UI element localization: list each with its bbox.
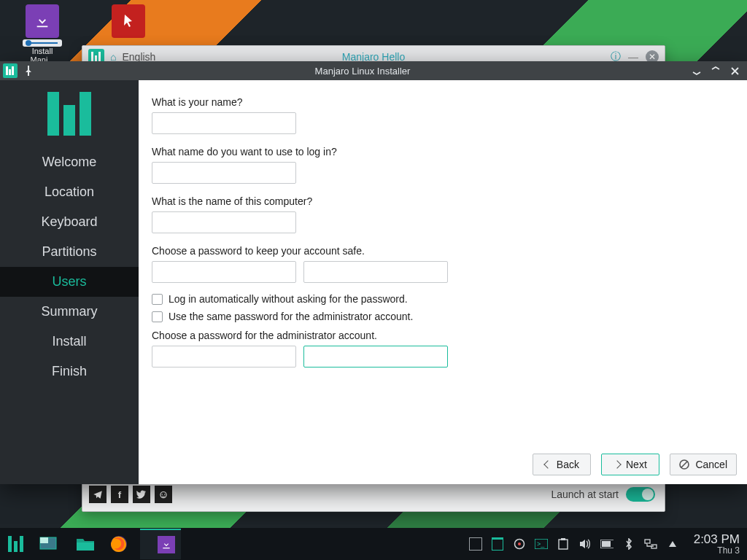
installer-content: What is your name? What name do you want… xyxy=(139,80,747,484)
reddit-icon[interactable] xyxy=(155,486,172,503)
svg-point-5 xyxy=(164,494,166,495)
download-icon xyxy=(26,4,59,38)
pdf-icon xyxy=(112,4,145,38)
checkbox-autologin[interactable] xyxy=(152,294,163,305)
next-button[interactable]: Next xyxy=(601,454,659,475)
tray-expand-icon[interactable] xyxy=(666,537,679,551)
manjaro-badge-icon xyxy=(3,63,18,78)
start-menu-button[interactable] xyxy=(0,528,32,560)
label-autologin: Log in automatically without asking for … xyxy=(169,293,408,305)
svg-rect-0 xyxy=(91,52,93,62)
manjaro-logo-icon xyxy=(47,92,91,136)
svg-rect-8 xyxy=(12,66,14,75)
cancel-icon xyxy=(679,459,689,470)
svg-rect-7 xyxy=(9,69,11,75)
label-admin-password: Choose a password for the administrator … xyxy=(152,330,734,341)
clock-time: 2:03 PM xyxy=(694,533,740,546)
sidebar-item-location[interactable]: Location xyxy=(0,177,139,207)
task-install-media[interactable] xyxy=(152,529,181,559)
terminal-icon[interactable]: >_ xyxy=(535,537,548,551)
volume-icon[interactable] xyxy=(578,537,592,551)
label-name: What is your name? xyxy=(152,96,734,108)
window-maximize-icon[interactable] xyxy=(711,66,721,76)
download-icon xyxy=(158,536,175,553)
svg-text:>_: >_ xyxy=(537,540,545,548)
sidebar-item-finish[interactable]: Finish xyxy=(0,357,139,386)
window-close-icon[interactable] xyxy=(729,66,740,76)
bluetooth-icon[interactable] xyxy=(622,537,635,551)
sidebar-item-partitions[interactable]: Partitions xyxy=(0,237,139,267)
sidebar-item-welcome[interactable]: Welcome xyxy=(0,147,139,177)
installer-sidebar: Welcome Location Keyboard Partitions Use… xyxy=(0,80,139,484)
system-tray: >_ xyxy=(469,537,679,551)
window-minimize-icon[interactable] xyxy=(692,66,702,76)
trash-icon[interactable] xyxy=(491,537,504,551)
svg-rect-2 xyxy=(98,52,101,62)
svg-rect-12 xyxy=(40,537,48,543)
task-installer[interactable] xyxy=(140,529,152,559)
label-password: Choose a password to keep your account s… xyxy=(152,245,734,257)
chevron-right-icon xyxy=(613,460,621,468)
svg-rect-13 xyxy=(77,542,94,551)
hello-launch-row: Launch at start xyxy=(551,487,655,502)
checkbox-same-admin-pw[interactable] xyxy=(152,311,163,322)
taskbar: >_ 2:03 PM Thu 3 xyxy=(0,528,747,560)
sidebar-item-keyboard[interactable]: Keyboard xyxy=(0,207,139,237)
svg-point-3 xyxy=(160,492,166,498)
next-label: Next xyxy=(626,459,647,470)
desktop-icon-install[interactable]: Install Manj... xyxy=(20,4,64,64)
launch-label: Launch at start xyxy=(551,489,619,500)
back-button[interactable]: Back xyxy=(533,454,591,475)
manjaro-icon xyxy=(8,536,24,552)
input-password[interactable] xyxy=(152,261,296,283)
back-label: Back xyxy=(557,459,579,470)
network-icon[interactable] xyxy=(644,537,657,551)
svg-point-4 xyxy=(161,494,163,495)
facebook-icon[interactable]: f xyxy=(111,486,128,503)
telegram-icon[interactable] xyxy=(89,486,107,503)
svg-point-16 xyxy=(518,542,521,545)
twitter-icon[interactable] xyxy=(133,486,150,503)
input-admin-password[interactable] xyxy=(152,346,296,368)
update-icon[interactable] xyxy=(513,537,526,551)
chevron-left-icon xyxy=(543,460,551,468)
cancel-button[interactable]: Cancel xyxy=(670,454,737,475)
installer-titlebar[interactable]: Manjaro Linux Installer xyxy=(0,61,747,80)
pin-icon[interactable] xyxy=(23,66,34,76)
svg-rect-24 xyxy=(645,540,650,543)
label-login: What name do you want to use to log in? xyxy=(152,146,734,158)
input-password-confirm[interactable] xyxy=(303,261,448,283)
sidebar-item-install[interactable]: Install xyxy=(0,327,139,357)
launch-toggle[interactable] xyxy=(626,487,655,502)
taskbar-clock[interactable]: 2:03 PM Thu 3 xyxy=(688,533,740,555)
svg-rect-20 xyxy=(561,538,565,540)
installer-title: Manjaro Linux Installer xyxy=(34,66,692,77)
clock-date: Thu 3 xyxy=(694,546,740,556)
label-host: What is the name of this computer? xyxy=(152,195,734,207)
clipboard-icon[interactable] xyxy=(557,537,570,551)
input-admin-password-confirm[interactable] xyxy=(303,346,448,368)
input-host[interactable] xyxy=(152,211,296,233)
input-login[interactable] xyxy=(152,162,296,184)
svg-rect-22 xyxy=(602,541,611,547)
svg-rect-6 xyxy=(6,66,8,75)
show-desktop-icon[interactable] xyxy=(469,537,482,551)
battery-icon[interactable] xyxy=(600,537,614,551)
label-same-admin-pw: Use the same password for the administra… xyxy=(169,311,413,322)
input-name[interactable] xyxy=(152,112,296,134)
svg-rect-19 xyxy=(559,540,568,549)
drive-icon xyxy=(23,39,62,47)
svg-line-10 xyxy=(681,462,687,467)
window-installer: Manjaro Linux Installer Welcome Location… xyxy=(0,61,747,484)
cancel-label: Cancel xyxy=(695,459,727,470)
file-manager-button[interactable] xyxy=(69,528,102,560)
sidebar-item-summary[interactable]: Summary xyxy=(0,297,139,327)
firefox-button[interactable] xyxy=(102,528,136,560)
virtual-desktop-button[interactable] xyxy=(32,528,64,560)
hello-social-row: f xyxy=(89,486,172,503)
sidebar-item-users[interactable]: Users xyxy=(0,267,139,297)
